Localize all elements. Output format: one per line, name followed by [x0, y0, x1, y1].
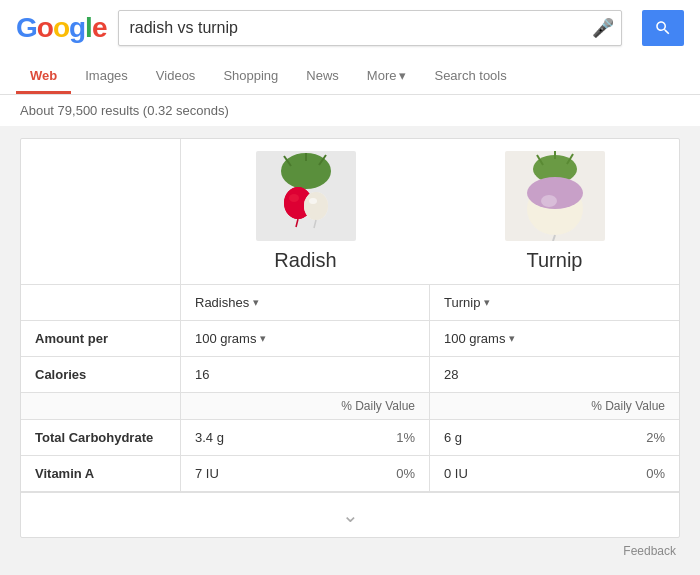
results-info: About 79,500 results (0.32 seconds): [0, 95, 700, 126]
turnip-amount-arrow: ▾: [509, 332, 515, 345]
turnip-image: [505, 151, 605, 241]
search-box: 🎤: [118, 10, 622, 46]
search-button[interactable]: [642, 10, 684, 46]
comparison-card: Radish: [20, 138, 680, 538]
radish-carb-amount: 3.4 g: [195, 430, 224, 445]
radish-vitamin-a-amount: 7 IU: [195, 466, 219, 481]
svg-point-20: [541, 195, 557, 207]
tab-videos[interactable]: Videos: [142, 60, 210, 94]
radish-variety[interactable]: Radishes ▾: [181, 285, 430, 320]
turnip-carb-amount: 6 g: [444, 430, 462, 445]
turnip-calories: 28: [430, 357, 679, 392]
search-icon: [654, 19, 672, 37]
turnip-header: Turnip: [430, 139, 679, 284]
carb-row: Total Carbohydrate 3.4 g 1% 6 g 2%: [21, 420, 679, 456]
radish-title: Radish: [193, 249, 418, 272]
tab-shopping[interactable]: Shopping: [209, 60, 292, 94]
radish-calories: 16: [181, 357, 430, 392]
tab-web[interactable]: Web: [16, 60, 71, 94]
header-empty-cell: [21, 139, 181, 284]
vitamin-a-label: Vitamin A: [21, 456, 181, 491]
turnip-title: Turnip: [442, 249, 667, 272]
turnip-vitamin-a-pct: 0%: [646, 466, 665, 481]
expand-row[interactable]: ⌄: [21, 492, 679, 537]
svg-point-10: [309, 198, 317, 204]
turnip-carb-pct: 2%: [646, 430, 665, 445]
header: Google 🎤 Web Images Videos Shopping News…: [0, 0, 700, 95]
tab-more[interactable]: More ▾: [353, 60, 421, 94]
calories-row: Calories 16 28: [21, 357, 679, 393]
chevron-down-icon: ▾: [399, 68, 406, 83]
turnip-vitamin-a-amount: 0 IU: [444, 466, 468, 481]
turnip-vitamin-a-vals: 0 IU 0%: [430, 456, 679, 491]
radish-carb-vals: 3.4 g 1%: [181, 420, 430, 455]
google-logo: Google: [16, 12, 106, 44]
radish-carb-pct: 1%: [396, 430, 415, 445]
amount-label: Amount per: [21, 321, 181, 356]
radish-amount[interactable]: 100 grams ▾: [181, 321, 430, 356]
turnip-daily-value-label: % Daily Value: [430, 393, 679, 419]
amount-row: Amount per 100 grams ▾ 100 grams ▾: [21, 321, 679, 357]
feedback-bar: Feedback: [20, 538, 680, 558]
svg-point-9: [304, 192, 328, 220]
turnip-variety[interactable]: Turnip ▾: [430, 285, 679, 320]
feedback-link[interactable]: Feedback: [623, 544, 676, 558]
vitamin-a-row: Vitamin A 7 IU 0% 0 IU 0%: [21, 456, 679, 492]
variety-row: Radishes ▾ Turnip ▾: [21, 285, 679, 321]
microphone-icon[interactable]: 🎤: [585, 17, 621, 39]
variety-label-empty: [21, 285, 181, 320]
main-content: Radish: [0, 126, 700, 570]
radish-image: [256, 151, 356, 241]
svg-point-7: [289, 194, 299, 202]
daily-value-header: % Daily Value % Daily Value: [21, 393, 679, 420]
radish-daily-value-label: % Daily Value: [181, 393, 430, 419]
tab-news[interactable]: News: [292, 60, 353, 94]
search-input[interactable]: [119, 19, 585, 37]
tab-images[interactable]: Images: [71, 60, 142, 94]
radish-amount-arrow: ▾: [260, 332, 266, 345]
turnip-variety-arrow: ▾: [484, 296, 490, 309]
radish-variety-arrow: ▾: [253, 296, 259, 309]
comparison-header: Radish: [21, 139, 679, 285]
turnip-amount[interactable]: 100 grams ▾: [430, 321, 679, 356]
nav-tabs: Web Images Videos Shopping News More ▾ S…: [16, 56, 684, 94]
turnip-carb-vals: 6 g 2%: [430, 420, 679, 455]
subheader-empty: [21, 393, 181, 419]
expand-chevron-icon: ⌄: [342, 503, 359, 527]
radish-vitamin-a-pct: 0%: [396, 466, 415, 481]
calories-label: Calories: [21, 357, 181, 392]
radish-vitamin-a-vals: 7 IU 0%: [181, 456, 430, 491]
carb-label: Total Carbohydrate: [21, 420, 181, 455]
radish-header: Radish: [181, 139, 430, 284]
tab-search-tools[interactable]: Search tools: [420, 60, 520, 94]
